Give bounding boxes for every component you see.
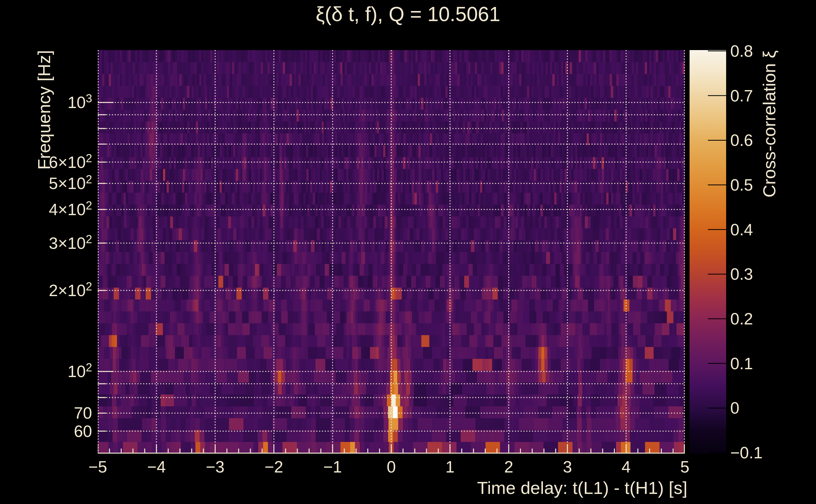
y-tick-label: 2×102 — [0, 282, 92, 299]
y-tick-label: 103 — [0, 94, 92, 111]
x-tick-label: −2 — [249, 457, 299, 476]
colorbar-title: Cross-correlation ξ — [761, 50, 778, 198]
colorbar-canvas — [690, 50, 726, 454]
x-tick-label: −5 — [72, 457, 123, 476]
y-tick-label: 3×102 — [0, 235, 92, 251]
colorbar-tick-label: 0.1 — [730, 355, 753, 372]
y-tick-label: 4×102 — [0, 201, 92, 218]
x-tick-label: −4 — [131, 457, 181, 476]
y-tick-label: 60 — [0, 423, 92, 439]
colorbar-tick-label: 0.6 — [730, 132, 753, 148]
x-tick-label: 5 — [660, 457, 710, 476]
plot-title: ξ(δ t, f), Q = 10.5061 — [0, 3, 816, 25]
colorbar-tick-label: 0.5 — [730, 177, 753, 193]
x-tick-label: 1 — [425, 457, 475, 476]
y-tick-label: 5×102 — [0, 175, 92, 192]
x-tick-label: −3 — [190, 457, 240, 476]
colorbar-tick-label: 0.8 — [730, 43, 753, 59]
y-tick-label: 6×102 — [0, 154, 92, 170]
colorbar-tick-label: 0.3 — [730, 266, 753, 282]
x-axis-title: Time delay: t(L1) - t(H1) [s] — [477, 478, 687, 498]
x-tick-label: 4 — [601, 457, 652, 476]
colorbar-tick-label: 0 — [730, 400, 739, 416]
x-tick-label: −1 — [308, 457, 358, 476]
y-tick-label: 70 — [0, 405, 92, 421]
x-tick-label: 3 — [542, 457, 593, 476]
colorbar-tick-label: 0.4 — [730, 221, 753, 238]
y-tick-label: 102 — [0, 363, 92, 380]
colorbar-tick-label: −0.1 — [730, 444, 763, 461]
x-tick-label: 2 — [483, 457, 534, 476]
colorbar-tick-label: 0.2 — [730, 311, 753, 327]
page-container: ξ(δ t, f), Q = 10.5061 Frequency [Hz] Cr… — [0, 0, 816, 504]
colorbar-tick-label: 0.7 — [730, 88, 753, 104]
heatmap-canvas — [98, 50, 685, 454]
x-tick-label: 0 — [366, 457, 417, 476]
